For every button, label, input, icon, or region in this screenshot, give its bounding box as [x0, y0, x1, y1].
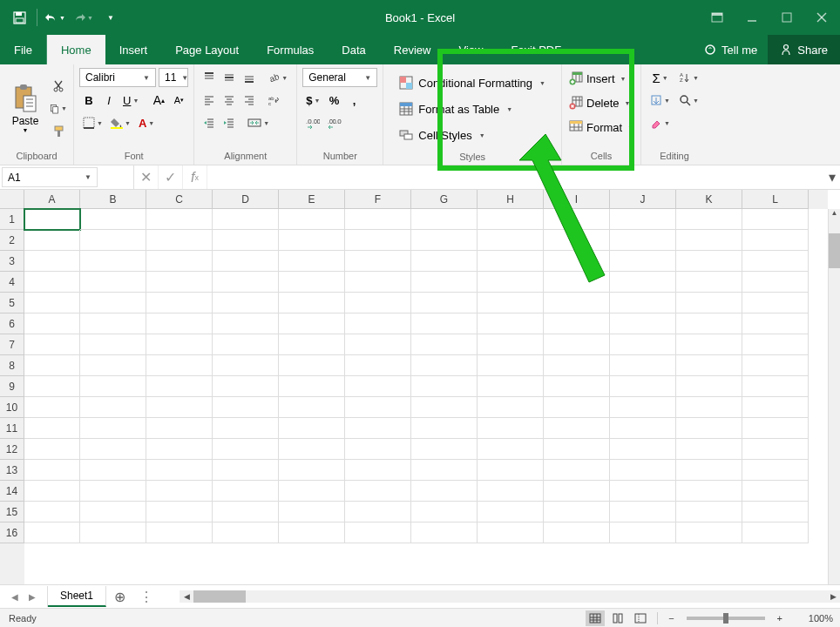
- cell[interactable]: [544, 481, 610, 502]
- row-header[interactable]: 4: [0, 272, 24, 293]
- cell[interactable]: [24, 522, 80, 543]
- cell[interactable]: [478, 522, 544, 543]
- expand-formula-bar-button[interactable]: ▾: [824, 165, 840, 189]
- tab-view[interactable]: View: [444, 35, 497, 64]
- zoom-out-button[interactable]: −: [665, 613, 677, 624]
- cell[interactable]: [24, 376, 80, 397]
- cell[interactable]: [279, 314, 345, 334]
- cell[interactable]: [213, 376, 279, 397]
- page-layout-view-button[interactable]: [608, 610, 627, 626]
- tab-data[interactable]: Data: [328, 35, 379, 64]
- cell[interactable]: [146, 376, 213, 397]
- cell[interactable]: [544, 272, 610, 293]
- cell[interactable]: [411, 481, 478, 502]
- cell[interactable]: [742, 209, 809, 230]
- tab-home[interactable]: Home: [47, 35, 105, 64]
- cell[interactable]: [279, 209, 345, 230]
- cell[interactable]: [610, 334, 676, 355]
- cell[interactable]: [146, 209, 213, 230]
- zoom-slider-thumb[interactable]: [723, 613, 728, 624]
- cell[interactable]: [610, 355, 676, 376]
- cell[interactable]: [24, 293, 80, 314]
- cell[interactable]: [24, 397, 80, 418]
- cell[interactable]: [80, 439, 146, 460]
- cell[interactable]: [345, 209, 411, 230]
- cell[interactable]: [411, 314, 478, 334]
- cell[interactable]: [411, 397, 478, 418]
- cell[interactable]: [411, 522, 478, 543]
- cell[interactable]: [610, 397, 676, 418]
- cell[interactable]: [213, 502, 279, 522]
- cell[interactable]: [610, 230, 676, 251]
- page-break-view-button[interactable]: [631, 610, 650, 626]
- cell[interactable]: [345, 439, 411, 460]
- cell[interactable]: [345, 334, 411, 355]
- row-header[interactable]: 13: [0, 460, 24, 481]
- cell[interactable]: [279, 293, 345, 314]
- tab-file[interactable]: File: [0, 35, 47, 64]
- zoom-level[interactable]: 100%: [789, 613, 833, 624]
- cell[interactable]: [610, 376, 676, 397]
- align-middle-button[interactable]: [220, 68, 239, 87]
- zoom-slider[interactable]: [687, 617, 765, 620]
- decrease-decimal-button[interactable]: .00.0: [324, 113, 345, 132]
- col-header[interactable]: H: [478, 190, 544, 209]
- paste-button[interactable]: Paste ▼: [5, 68, 45, 149]
- undo-button[interactable]: ▼: [43, 5, 67, 30]
- normal-view-button[interactable]: [586, 610, 605, 626]
- cell[interactable]: [146, 334, 213, 355]
- cancel-formula-button[interactable]: ✕: [134, 165, 159, 189]
- cell[interactable]: [24, 334, 80, 355]
- cell[interactable]: [24, 439, 80, 460]
- row-header[interactable]: 9: [0, 376, 24, 397]
- cell[interactable]: [478, 230, 544, 251]
- cell[interactable]: [213, 251, 279, 272]
- cell[interactable]: [411, 251, 478, 272]
- cell[interactable]: [80, 355, 146, 376]
- cell[interactable]: [411, 334, 478, 355]
- tell-me-search[interactable]: Tell me: [694, 35, 768, 64]
- cell[interactable]: [146, 481, 213, 502]
- cell[interactable]: [146, 272, 213, 293]
- enter-formula-button[interactable]: ✓: [159, 165, 183, 189]
- cell[interactable]: [279, 334, 345, 355]
- cell[interactable]: [478, 251, 544, 272]
- cell[interactable]: [610, 251, 676, 272]
- col-header[interactable]: K: [676, 190, 742, 209]
- scroll-right-button[interactable]: ▶: [826, 590, 840, 603]
- cell[interactable]: [478, 334, 544, 355]
- cell[interactable]: [80, 230, 146, 251]
- cell[interactable]: [544, 522, 610, 543]
- row-header[interactable]: 15: [0, 502, 24, 522]
- cell[interactable]: [213, 460, 279, 481]
- cell[interactable]: [478, 209, 544, 230]
- horizontal-scrollbar[interactable]: ◀ ▶: [180, 590, 840, 603]
- cell[interactable]: [146, 460, 213, 481]
- cell[interactable]: [610, 272, 676, 293]
- cell[interactable]: [544, 209, 610, 230]
- cell[interactable]: [146, 230, 213, 251]
- tab-formulas[interactable]: Formulas: [253, 35, 328, 64]
- col-header[interactable]: E: [279, 190, 345, 209]
- cell[interactable]: [411, 502, 478, 522]
- cell[interactable]: [610, 293, 676, 314]
- cell[interactable]: [279, 481, 345, 502]
- cell[interactable]: [544, 460, 610, 481]
- cell[interactable]: [213, 418, 279, 439]
- number-format-select[interactable]: General▼: [302, 68, 377, 87]
- scrollbar-thumb[interactable]: [193, 590, 246, 603]
- row-header[interactable]: 8: [0, 355, 24, 376]
- sheet-tab[interactable]: Sheet1: [48, 586, 106, 607]
- decrease-indent-button[interactable]: [200, 113, 219, 132]
- cell[interactable]: [213, 522, 279, 543]
- cell[interactable]: [742, 355, 809, 376]
- cell[interactable]: [411, 272, 478, 293]
- tab-review[interactable]: Review: [380, 35, 445, 64]
- cell[interactable]: [676, 293, 742, 314]
- cell[interactable]: [411, 376, 478, 397]
- clear-button[interactable]: ▼: [647, 113, 674, 132]
- font-size-select[interactable]: 11▼: [159, 68, 188, 87]
- cell[interactable]: [213, 272, 279, 293]
- orientation-button[interactable]: ab▼: [264, 68, 291, 87]
- cell[interactable]: [478, 293, 544, 314]
